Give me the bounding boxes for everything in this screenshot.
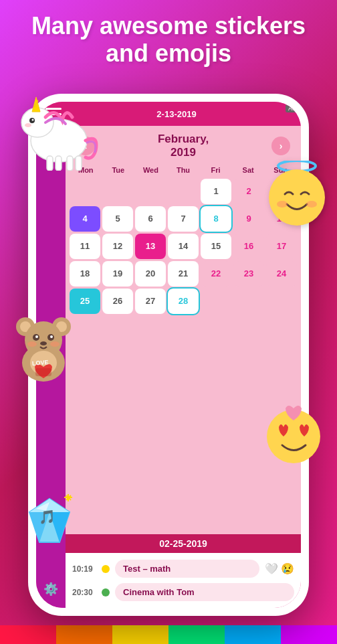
calendar-day-22[interactable]: 22 <box>201 261 231 287</box>
menu-icon[interactable] <box>45 108 62 120</box>
calendar-weekday-sun: Sun <box>264 164 297 176</box>
calendar-day-26[interactable]: 26 <box>102 289 133 314</box>
calendar-weekday-thu: Thu <box>167 164 200 176</box>
sidebar: 📅 ⚙️ <box>36 126 66 608</box>
event-emojis-0: 🤍 😢 <box>265 562 294 575</box>
color-bars <box>0 625 337 644</box>
calendar-day-25[interactable]: 25 <box>70 289 100 314</box>
event-label-1[interactable]: Cinema with Tom <box>115 583 294 601</box>
header-line2: and emojis <box>13 39 324 67</box>
main-area: ‹ February, 2019 › MonTueWedThuFriSatSun… <box>66 126 301 608</box>
calendar-day-empty <box>102 179 133 204</box>
events-area: 10:19Test – math🤍 😢20:30Cinema with Tom <box>66 553 301 608</box>
calendar-weekday-sat: Sat <box>232 164 265 176</box>
phone-content: 📅 ⚙️ ‹ February, 2019 › MonTueWedThuF <box>36 126 301 608</box>
calendar-weekday-tue: Tue <box>102 164 135 176</box>
calendar-day-21[interactable]: 21 <box>168 261 199 287</box>
calendar-day-23[interactable]: 23 <box>233 261 264 287</box>
prev-month-button[interactable]: ‹ <box>76 137 95 155</box>
date-display: 2-13-2019 <box>156 109 196 119</box>
calendar-day-15[interactable]: 15 <box>201 234 231 259</box>
calendar-day-27[interactable]: 27 <box>135 289 166 314</box>
calendar-day-1[interactable]: 1 <box>201 179 231 204</box>
color-bar-3 <box>168 625 225 644</box>
calendar-day-6[interactable]: 6 <box>135 206 166 232</box>
calendar: MonTueWedThuFriSatSun 123456789101112131… <box>66 164 301 534</box>
date-divider: 02-25-2019 <box>66 534 301 553</box>
calendar-day-13[interactable]: 13 <box>135 234 166 259</box>
event-time-1: 20:30 <box>72 588 96 597</box>
header-line1: Many awesome stickers <box>13 12 324 39</box>
event-row-1: 20:30Cinema with Tom <box>72 583 294 601</box>
calendar-day-17[interactable]: 17 <box>266 234 297 259</box>
calendar-day-2[interactable]: 2 <box>233 179 264 204</box>
calendar-weekday-mon: Mon <box>70 164 102 176</box>
calendar-day-empty <box>266 289 297 314</box>
calendar-day-empty <box>70 179 100 204</box>
calendar-day-5[interactable]: 5 <box>102 206 133 232</box>
phone-screen: 2-13-2019 Ad 📅 ⚙️ ‹ February, 2019 <box>36 102 301 608</box>
event-dot-0 <box>102 565 110 573</box>
calendar-day-empty <box>201 289 231 314</box>
calendar-day-20[interactable]: 20 <box>135 261 166 287</box>
phone-frame: 2-13-2019 Ad 📅 ⚙️ ‹ February, 2019 <box>28 94 309 616</box>
calendar-day-empty <box>135 179 166 204</box>
phone-top-bar: 2-13-2019 Ad <box>36 102 301 126</box>
event-label-0[interactable]: Test – math <box>115 560 259 578</box>
calendar-day-28[interactable]: 28 <box>168 289 199 314</box>
calendar-day-19[interactable]: 19 <box>102 261 133 287</box>
calendar-day-11[interactable]: 11 <box>70 234 100 259</box>
event-time-0: 10:19 <box>72 564 96 574</box>
calendar-day-12[interactable]: 12 <box>102 234 133 259</box>
calendar-day-10[interactable]: 10 <box>266 206 297 232</box>
sidebar-item-calendar[interactable]: 📅 <box>39 131 63 155</box>
calendar-day-16[interactable]: 16 <box>233 234 264 259</box>
event-row-0: 10:19Test – math🤍 😢 <box>72 560 294 578</box>
calendar-day-7[interactable]: 7 <box>168 206 199 232</box>
sidebar-item-settings[interactable]: ⚙️ <box>39 577 63 601</box>
calendar-day-24[interactable]: 24 <box>266 261 297 287</box>
color-bar-5 <box>281 625 337 644</box>
calendar-weekday-fri: Fri <box>199 164 232 176</box>
calendar-weekday-wed: Wed <box>134 164 167 176</box>
month-nav: ‹ February, 2019 › <box>66 126 301 164</box>
month-title: February, 2019 <box>158 133 209 160</box>
calendar-grid: 1234567891011121314151617181920212223242… <box>70 179 297 314</box>
ad-badge: Ad <box>286 104 298 112</box>
calendar-day-4[interactable]: 4 <box>70 206 100 232</box>
next-month-button[interactable]: › <box>271 137 290 155</box>
calendar-day-empty <box>168 179 199 204</box>
color-bar-1 <box>56 625 112 644</box>
color-bar-2 <box>112 625 168 644</box>
color-bar-0 <box>0 625 56 644</box>
calendar-header: MonTueWedThuFriSatSun <box>70 164 297 176</box>
calendar-day-3[interactable]: 3 <box>266 179 297 204</box>
calendar-day-8[interactable]: 8 <box>201 206 231 232</box>
calendar-day-empty <box>233 289 264 314</box>
calendar-day-14[interactable]: 14 <box>168 234 199 259</box>
calendar-day-9[interactable]: 9 <box>233 206 264 232</box>
header-text: Many awesome stickers and emojis <box>13 12 324 68</box>
color-bar-4 <box>225 625 281 644</box>
calendar-day-18[interactable]: 18 <box>70 261 100 287</box>
event-dot-1 <box>102 588 110 596</box>
